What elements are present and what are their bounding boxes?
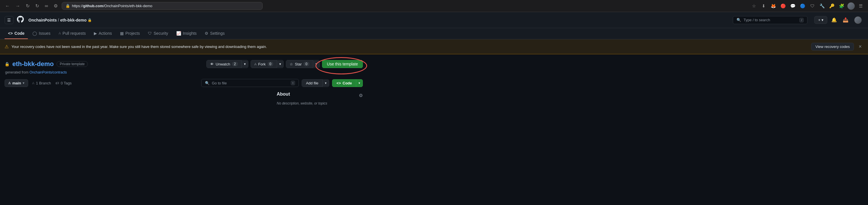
tab-settings-label: Settings <box>210 31 225 36</box>
alert-close-button[interactable]: × <box>857 43 863 50</box>
history-button[interactable]: ↻ <box>34 2 41 10</box>
branch-selector-button[interactable]: ⑃ main ▾ <box>5 79 28 87</box>
unwatch-label: Unwatch <box>216 62 230 66</box>
create-dropdown-icon: ▾ <box>822 18 824 22</box>
star-button[interactable]: ☆ Star 0 <box>286 60 313 68</box>
create-new-button[interactable]: + ▾ <box>814 16 827 24</box>
tag-count-label: 0 Tags <box>61 81 71 85</box>
code-button-label: Code <box>343 81 352 85</box>
hamburger-menu-button[interactable]: ☰ <box>5 16 13 24</box>
plus-icon: + <box>818 18 820 22</box>
code-button[interactable]: <> Code <box>332 80 356 87</box>
url-text: https://github.com/OnchainPoints/eth-bkk… <box>72 4 152 8</box>
download-button[interactable]: ⬇ <box>760 2 768 10</box>
user-avatar[interactable] <box>847 2 855 10</box>
lock-icon: 🔒 <box>65 4 70 8</box>
breadcrumb-repo[interactable]: eth-bkk-demo <box>60 18 87 22</box>
add-file-button-group: Add file ▾ <box>302 79 329 87</box>
star-dropdown-button[interactable]: ▾ <box>313 61 319 67</box>
extensions-button[interactable]: ∞ <box>43 2 50 10</box>
extension-2-icon[interactable]: 💬 <box>789 2 797 10</box>
go-to-file-search-icon: 🔍 <box>205 81 210 85</box>
branch-count-item[interactable]: ⑃ 1 Branch <box>32 81 51 85</box>
tab-issues[interactable]: ◯ Issues <box>29 28 54 39</box>
generated-from-link[interactable]: OnchainPoints/contracts <box>30 70 67 75</box>
extension-3-icon[interactable]: 🔵 <box>799 2 807 10</box>
extension-7-icon[interactable]: 🧩 <box>838 2 846 10</box>
fork-button[interactable]: ⑃ Fork 0 <box>251 60 277 68</box>
unwatch-count: 2 <box>232 62 238 66</box>
eye-icon: 👁 <box>210 62 214 66</box>
browser-chrome: ← → ↻ ↻ ∞ ⚙ 🔒 https://github.com/Onchain… <box>0 0 868 12</box>
browser-actions: ☆ ⬇ 🦊 🔴 💬 🔵 🛡 🔧 🔑 🧩 ☰ <box>750 2 865 10</box>
tab-pr-label: Pull requests <box>63 31 86 36</box>
breadcrumb-org[interactable]: OnchainPoints <box>28 18 57 22</box>
refresh-button[interactable]: ↻ <box>24 2 31 10</box>
about-title: About <box>277 92 290 97</box>
unwatch-button[interactable]: 👁 Unwatch 2 <box>207 60 241 68</box>
fork-button-group: ⑃ Fork 0 ▾ <box>251 60 284 68</box>
star-count: 0 <box>303 62 309 66</box>
tab-projects[interactable]: ▦ Projects <box>117 28 144 39</box>
actions-tab-icon: ▶ <box>94 31 97 36</box>
go-to-file-search[interactable]: 🔍 Go to file t <box>201 79 299 87</box>
extension-6-icon[interactable]: 🔑 <box>828 2 836 10</box>
back-button[interactable]: ← <box>3 2 11 10</box>
security-tab-icon: 🛡 <box>148 31 152 36</box>
fork-dropdown-button[interactable]: ▾ <box>277 61 283 67</box>
url-protocol: https:// <box>72 4 83 8</box>
extension-1-icon[interactable]: 🔴 <box>779 2 787 10</box>
notification-button[interactable]: 🔔 <box>830 16 839 24</box>
code-button-group: <> Code ▾ <box>332 79 363 87</box>
github-header: ☰ OnchainPoints / eth-bkk-demo 🔒 🔍 Type … <box>0 12 868 28</box>
github-logo[interactable] <box>17 16 24 24</box>
fork-count: 0 <box>268 62 274 66</box>
tab-code[interactable]: <> Code <box>5 28 28 39</box>
tab-settings[interactable]: ⚙ Settings <box>201 28 228 39</box>
tab-insights[interactable]: 📈 Insights <box>173 28 200 39</box>
tab-issues-label: Issues <box>39 31 50 36</box>
tab-security-label: Security <box>154 31 168 36</box>
tab-security[interactable]: 🛡 Security <box>144 28 172 39</box>
branch-name: main <box>12 81 21 85</box>
forward-button[interactable]: → <box>14 2 22 10</box>
tag-count-item[interactable]: 🏷 0 Tags <box>55 81 71 85</box>
unwatch-button-group: 👁 Unwatch 2 ▾ <box>206 60 248 68</box>
about-gear-icon[interactable]: ⚙ <box>359 93 363 98</box>
url-domain: github.com <box>83 4 103 8</box>
search-placeholder-text: Type / to search <box>743 18 770 22</box>
breadcrumb-separator: / <box>58 18 59 22</box>
tab-actions[interactable]: ▶ Actions <box>90 28 115 39</box>
menu-button[interactable]: ☰ <box>857 2 865 10</box>
add-file-button[interactable]: Add file <box>302 80 322 87</box>
tab-projects-label: Projects <box>125 31 140 36</box>
use-template-wrapper: Use this template <box>322 60 363 68</box>
code-dropdown-button[interactable]: ▾ <box>356 80 363 86</box>
about-area: About ⚙ No description, website, or topi… <box>5 92 363 106</box>
inbox-button[interactable]: 📥 <box>841 16 850 24</box>
extension-4-icon[interactable]: 🛡 <box>808 2 816 10</box>
add-file-label: Add file <box>306 81 318 85</box>
tab-pull-requests[interactable]: ⑃ Pull requests <box>55 28 89 39</box>
extension-5-icon[interactable]: 🔧 <box>818 2 826 10</box>
repo-content: 🔒 eth-bkk-demo Private template 👁 Unwatc… <box>0 54 367 111</box>
repo-name[interactable]: eth-bkk-demo <box>12 60 54 68</box>
search-box[interactable]: 🔍 Type / to search / <box>733 16 807 24</box>
bookmark-button[interactable]: ☆ <box>750 2 758 10</box>
pr-tab-icon: ⑃ <box>59 31 61 36</box>
star-label: Star <box>295 62 302 66</box>
use-this-template-button[interactable]: Use this template <box>322 60 363 68</box>
settings-tab-icon: ⚙ <box>205 31 208 36</box>
user-avatar-button[interactable] <box>852 14 863 26</box>
view-recovery-codes-button[interactable]: View recovery codes <box>811 43 854 51</box>
settings-button[interactable]: ⚙ <box>52 2 59 10</box>
code-button-icon: <> <box>336 81 341 85</box>
add-file-dropdown-button[interactable]: ▾ <box>322 80 329 86</box>
fox-extension-icon[interactable]: 🦊 <box>769 2 777 10</box>
tag-count-icon: 🏷 <box>55 81 59 85</box>
insights-tab-icon: 📈 <box>176 31 181 36</box>
url-bar[interactable]: 🔒 https://github.com/OnchainPoints/eth-b… <box>62 2 262 10</box>
star-button-group: ☆ Star 0 ▾ <box>286 60 320 68</box>
repo-lock-icon: 🔒 <box>88 18 92 22</box>
unwatch-dropdown-button[interactable]: ▾ <box>242 61 248 67</box>
